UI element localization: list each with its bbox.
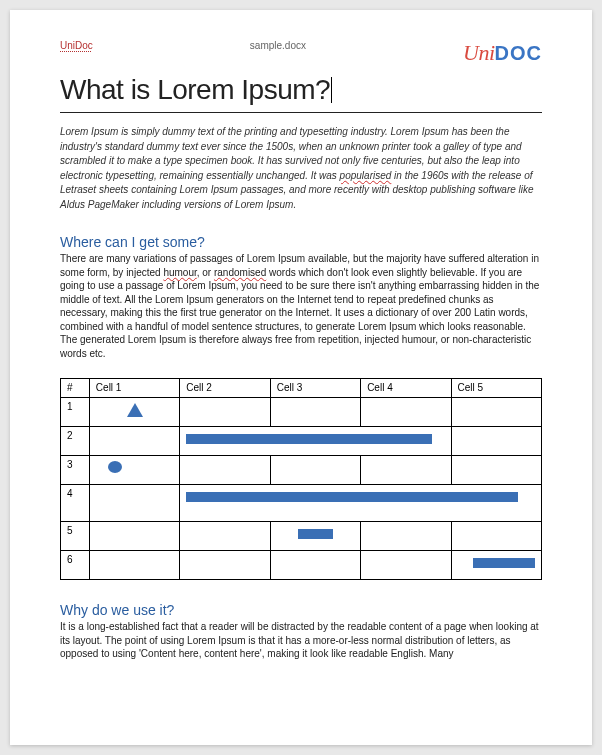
table-cell[interactable]	[361, 398, 451, 427]
table-cell[interactable]	[451, 551, 541, 580]
section-heading-1[interactable]: Where can I get some?	[60, 234, 542, 250]
bar-shape	[186, 492, 517, 502]
row-number: 1	[61, 398, 90, 427]
table-cell[interactable]	[89, 485, 179, 522]
table-cell[interactable]	[451, 456, 541, 485]
table-cell[interactable]	[89, 398, 179, 427]
section-body-1[interactable]: There are many variations of passages of…	[60, 252, 542, 360]
logo-uni: Uni	[463, 40, 495, 65]
row-number: 3	[61, 456, 90, 485]
bar-shape	[186, 434, 431, 444]
table-cell[interactable]	[89, 456, 179, 485]
table-cell[interactable]	[180, 522, 270, 551]
table-row: 4	[61, 485, 542, 522]
table-cell[interactable]	[270, 456, 360, 485]
table-cell[interactable]	[361, 456, 451, 485]
table-cell[interactable]	[451, 398, 541, 427]
table-cell[interactable]	[451, 427, 541, 456]
table-body: 123456	[61, 398, 542, 580]
table-cell[interactable]	[89, 551, 179, 580]
table-header-row: # Cell 1 Cell 2 Cell 3 Cell 4 Cell 5	[61, 379, 542, 398]
section-body-2[interactable]: It is a long-established fact that a rea…	[60, 620, 542, 661]
table-row: 5	[61, 522, 542, 551]
table-cell[interactable]	[270, 522, 360, 551]
table-row: 6	[61, 551, 542, 580]
title-text: What is Lorem Ipsum?	[60, 74, 330, 105]
intro-paragraph[interactable]: Lorem Ipsum is simply dummy text of the …	[60, 125, 542, 212]
page-title[interactable]: What is Lorem Ipsum?	[60, 74, 542, 106]
th-c4: Cell 4	[361, 379, 451, 398]
table-cell[interactable]	[89, 522, 179, 551]
header-filename: sample.docx	[93, 40, 463, 51]
table-row: 3	[61, 456, 542, 485]
th-c2: Cell 2	[180, 379, 270, 398]
row-number: 5	[61, 522, 90, 551]
triangle-icon	[127, 403, 143, 417]
th-c1: Cell 1	[89, 379, 179, 398]
table-cell[interactable]	[180, 485, 542, 522]
th-num: #	[61, 379, 90, 398]
logo-doc: DOC	[495, 42, 542, 64]
table-cell[interactable]	[361, 522, 451, 551]
table-cell[interactable]	[361, 551, 451, 580]
table-cell[interactable]	[180, 456, 270, 485]
row-number: 2	[61, 427, 90, 456]
table-cell[interactable]	[270, 398, 360, 427]
table-cell[interactable]	[180, 398, 270, 427]
table-cell[interactable]	[451, 522, 541, 551]
row-number: 4	[61, 485, 90, 522]
table-row: 2	[61, 427, 542, 456]
document-page: UniDoc sample.docx UniDOC What is Lorem …	[10, 10, 592, 745]
row-number: 6	[61, 551, 90, 580]
table-row: 1	[61, 398, 542, 427]
page-header: UniDoc sample.docx UniDOC	[60, 40, 542, 66]
title-rule	[60, 112, 542, 113]
bar-shape	[473, 558, 535, 568]
table-cell[interactable]	[270, 551, 360, 580]
table-cell[interactable]	[180, 427, 451, 456]
section-heading-2[interactable]: Why do we use it?	[60, 602, 542, 618]
text-cursor	[331, 77, 332, 103]
sample-table[interactable]: # Cell 1 Cell 2 Cell 3 Cell 4 Cell 5 123…	[60, 378, 542, 580]
unidoc-logo: UniDOC	[463, 40, 542, 66]
bar-shape	[298, 529, 333, 539]
table-cell[interactable]	[89, 427, 179, 456]
header-left: UniDoc	[60, 40, 93, 51]
th-c3: Cell 3	[270, 379, 360, 398]
table-cell[interactable]	[180, 551, 270, 580]
circle-icon	[108, 461, 122, 473]
th-c5: Cell 5	[451, 379, 541, 398]
